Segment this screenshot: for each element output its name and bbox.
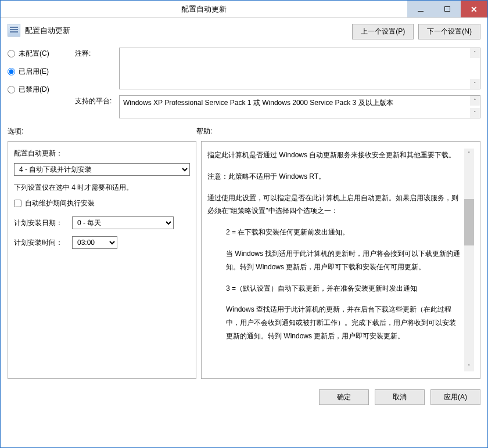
install-day-select[interactable]: 0 - 每天 [72,216,174,229]
radio-disabled-input[interactable] [8,86,15,93]
options-panel: 配置自动更新： 4 - 自动下载并计划安装 下列设置仅在选中 4 时才需要和适用… [8,141,196,379]
comment-label: 注释: [75,48,116,59]
radio-disabled-label: 已禁用(D) [19,85,49,95]
scroll-up-icon[interactable]: ˄ [464,149,474,158]
title-bar: 配置自动更新 ✕ [1,1,487,18]
minimize-button[interactable] [407,1,434,17]
help-p1: 指定此计算机是否通过 Windows 自动更新服务来接收安全更新和其他重要下载。 [207,149,461,162]
scroll-up-icon[interactable]: ˄ [470,48,480,58]
radio-not-configured-input[interactable] [8,50,15,57]
radio-not-configured-label: 未配置(C) [19,49,49,59]
install-time-label: 计划安装时间： [14,238,66,248]
dialog-footer: 确定 取消 应用(A) [1,384,487,411]
ok-button[interactable]: 确定 [319,389,369,405]
next-setting-button[interactable]: 下一个设置(N) [418,24,480,39]
close-icon: ✕ [471,5,478,14]
help-section-label: 帮助: [196,127,212,136]
scrollbar-track[interactable] [464,158,474,362]
help-p6: 3 =（默认设置）自动下载更新，并在准备安装更新时发出通知 [207,282,461,295]
window-title: 配置自动更新 [1,4,407,15]
previous-setting-button[interactable]: 上一个设置(P) [352,24,414,39]
help-p2: 注意：此策略不适用于 Windows RT。 [207,170,461,183]
help-text: 指定此计算机是否通过 Windows 自动更新服务来接收安全更新和其他重要下载。… [207,149,464,371]
help-p3: 通过使用此设置，可以指定是否在此计算机上启用自动更新。如果启用该服务，则必须在"… [207,192,461,218]
auto-maintenance-label: 自动维护期间执行安装 [25,198,95,208]
help-p5: 当 Windows 找到适用于此计算机的更新时，用户将会接到可以下载更新的通知。… [207,247,461,274]
window-controls: ✕ [407,1,487,17]
configure-update-select[interactable]: 4 - 自动下载并计划安装 [14,163,190,176]
auto-maintenance-checkbox[interactable] [14,200,21,207]
help-p7: Windows 查找适用于此计算机的更新，并在后台下载这些更新（在此过程中，用户… [207,303,461,342]
supported-platform-box: Windows XP Professional Service Pack 1 或… [119,95,480,118]
scrollbar-thumb[interactable] [464,199,474,245]
scroll-down-icon[interactable]: ˅ [464,362,474,371]
policy-icon [8,24,20,37]
maximize-button[interactable] [434,1,461,17]
scroll-down-icon[interactable]: ˅ [470,79,480,89]
help-scrollbar[interactable]: ˄ ˅ [464,149,474,371]
scroll-up-icon[interactable]: ˄ [470,96,480,106]
scroll-down-icon[interactable]: ˅ [470,108,480,118]
policy-title: 配置自动更新 [25,24,70,36]
close-button[interactable]: ✕ [461,1,487,17]
help-p4: 2 = 在下载和安装任何更新前发出通知。 [207,226,461,239]
radio-not-configured[interactable]: 未配置(C) [8,49,71,59]
install-time-select[interactable]: 03:00 [72,236,117,249]
help-panel: 指定此计算机是否通过 Windows 自动更新服务来接收安全更新和其他重要下载。… [201,141,480,379]
radio-enabled-input[interactable] [8,68,15,75]
cancel-button[interactable]: 取消 [375,389,425,405]
comment-textarea[interactable]: ˄ ˅ [119,48,480,89]
radio-enabled-label: 已启用(E) [19,67,49,77]
apply-button[interactable]: 应用(A) [430,389,480,405]
radio-disabled[interactable]: 已禁用(D) [8,85,71,95]
install-day-label: 计划安装日期： [14,218,66,228]
options-note: 下列设置仅在选中 4 时才需要和适用。 [14,183,190,193]
configure-update-label: 配置自动更新： [14,149,190,158]
options-section-label: 选项: [8,127,196,136]
platform-label: 支持的平台: [75,95,116,106]
radio-enabled[interactable]: 已启用(E) [8,67,71,77]
supported-platform-text: Windows XP Professional Service Pack 1 或… [123,99,393,107]
